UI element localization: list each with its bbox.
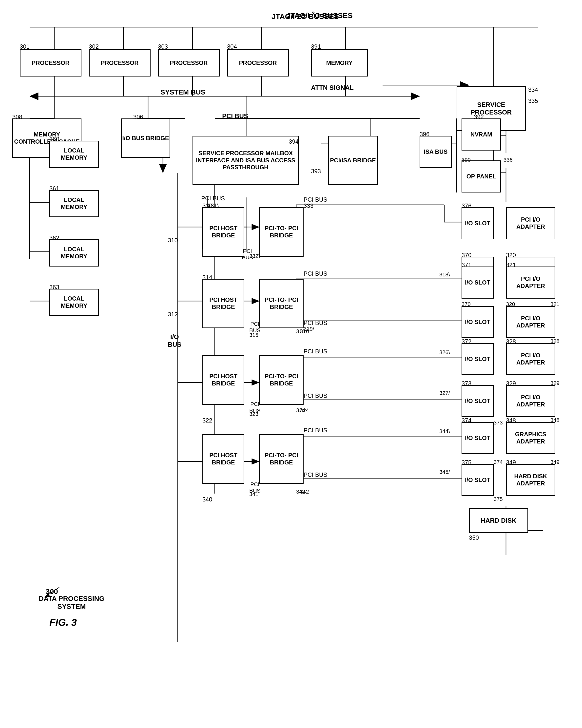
svg-marker-9 (411, 93, 420, 100)
ref-301: 301 (20, 43, 30, 50)
pci-bus-top-label: PCI BUS (222, 112, 248, 120)
io-bus-bridge: I/O BUS BRIDGE (121, 119, 170, 158)
ref-329b: 329 (550, 380, 560, 387)
local-memory-361: LOCAL MEMORY (49, 190, 99, 217)
system-bus-label: SYSTEM BUS (160, 88, 205, 96)
io-bus-label: I/OBUS (168, 333, 181, 348)
pci-host-bridge-340: PCI HOST BRIDGE (202, 434, 244, 484)
ref-393: 393 (311, 168, 321, 175)
pci-to-pci-bridge-342: PCI-TO- PCI BRIDGE (259, 434, 304, 484)
ref-350: 350 (469, 534, 479, 541)
ref-303: 303 (158, 43, 168, 50)
ref-360: 360 (49, 136, 59, 142)
ref-375: 375 (461, 459, 472, 466)
pci-bus-326-label: PCI BUS (304, 348, 327, 355)
pci-io-adapter-328: PCI I/O ADAPTER (506, 343, 555, 375)
io-slot-373: I/O SLOT (461, 385, 494, 417)
ref-315: 315 (249, 332, 258, 338)
ref-310: 310 (168, 237, 178, 244)
ref-323: 323 (249, 411, 258, 417)
graphics-adapter: GRAPHICS ADAPTER (506, 422, 555, 454)
ref-394: 394 (289, 138, 299, 145)
svg-marker-87 (159, 164, 167, 173)
processor-304: PROCESSOR (227, 49, 289, 77)
pci-io-adapter-336: PCI I/O ADAPTER (506, 207, 555, 239)
ref-334: 334 (528, 86, 538, 93)
pci-to-pci-bridge-332: PCI-TO- PCI BRIDGE (259, 207, 304, 257)
pci-host-bridge-322: PCI HOST BRIDGE (202, 355, 244, 405)
pci-to-pci-bridge-324: PCI-TO- PCI BRIDGE (259, 355, 304, 405)
ref-320b: 320 (506, 301, 515, 308)
ref-396: 396 (420, 131, 429, 138)
ref-348b: 348 (550, 417, 560, 423)
pci-host-bridge-314: PCI HOST BRIDGE (202, 279, 244, 328)
ref-308: 308 (12, 113, 22, 121)
ref-363: 363 (49, 284, 59, 291)
hard-disk-adapter: HARD DISK ADAPTER (506, 464, 555, 496)
jtag-label-full: JTAG/I 2C BUSSES (286, 10, 352, 20)
pci-bus-318-label: PCI BUS (304, 270, 327, 277)
ref-312: 312 (168, 311, 178, 318)
hard-disk: HARD DISK (469, 509, 528, 533)
ref-373b: 373 (494, 419, 503, 426)
memory-391: MEMORY (311, 49, 368, 77)
io-slot-371: I/O SLOT (461, 266, 494, 298)
ref-328b: 328 (550, 338, 560, 344)
ref-361: 361 (49, 185, 59, 192)
ref-372: 372 (461, 338, 472, 345)
io-slot-374: I/O SLOT (461, 422, 494, 454)
isa-bus: ISA BUS (420, 136, 452, 168)
sp-mailbox: SERVICE PROCESSOR MAILBOX INTERFACE AND … (193, 136, 299, 185)
ref-362: 362 (49, 234, 59, 241)
pci-bus-333-label: PCI BUS (304, 196, 327, 203)
ref-304: 304 (227, 43, 237, 50)
ref-302: 302 (89, 43, 99, 50)
pci-io-adapter-321: PCI I/O ADAPTER (506, 266, 555, 298)
local-memory-363: LOCAL MEMORY (49, 289, 99, 316)
ref-329: 329 (506, 380, 516, 387)
pci-host-bridge-330: PCI HOST BRIDGE (202, 207, 244, 257)
diagram: JTAG/I 2C BUSSES PROCESSOR 301 PROCESSOR… (0, 0, 582, 728)
pci-bus-319-label: PCI BUS (304, 319, 327, 327)
ref-345: 345/ (439, 469, 450, 475)
ref-333: 333 (304, 202, 313, 209)
ref-328: 328 (506, 338, 516, 345)
ref-340b: 340 (202, 496, 212, 503)
ref-316b: 316 (300, 328, 309, 335)
pci-isa-bridge: PCI/ISA BRIDGE (328, 136, 378, 185)
fig-label: FIG. 3 (49, 617, 77, 628)
ref-349b: 349 (550, 459, 560, 465)
ref-320: 320 (506, 252, 516, 259)
ref-376: 376 (461, 202, 472, 209)
svg-marker-70 (252, 459, 259, 464)
io-slot-370b: I/O SLOT (461, 306, 494, 338)
attn-signal-label: ATTN SIGNAL (311, 84, 354, 92)
ref-324b: 324 (300, 407, 309, 414)
pci-to-pci-bridge-316: PCI-TO- PCI BRIDGE (259, 279, 304, 328)
svg-marker-62 (252, 380, 259, 386)
processor-302: PROCESSOR (89, 49, 151, 77)
processor-303: PROCESSOR (158, 49, 220, 77)
ref-335: 335 (528, 98, 538, 104)
arrow-300 (40, 580, 64, 600)
ref-370b: 370 (461, 301, 471, 308)
ref-348: 348 (506, 417, 516, 424)
ref-336: 336 (504, 157, 513, 163)
local-memory-362: LOCAL MEMORY (49, 239, 99, 266)
ref-330: 330 (202, 202, 212, 209)
ref-373: 373 (461, 380, 472, 387)
op-panel: OP PANEL (461, 160, 501, 192)
svg-marker-46 (252, 224, 259, 230)
pci-bus-332-label: PCIBUS (242, 248, 253, 261)
ref-322b: 322 (202, 417, 212, 424)
io-slot-375: I/O SLOT (461, 464, 494, 496)
ref-391: 391 (311, 43, 321, 50)
ref-374: 374 (461, 417, 472, 424)
ref-321: 321 (506, 262, 516, 268)
nvram: NVRAM (461, 119, 501, 151)
ref-321b: 321 (550, 301, 560, 308)
local-memory-360: LOCAL MEMORY (49, 141, 99, 168)
ref-375b: 375 (494, 496, 503, 502)
ref-390: 390 (461, 157, 471, 163)
svg-marker-8 (30, 93, 38, 100)
